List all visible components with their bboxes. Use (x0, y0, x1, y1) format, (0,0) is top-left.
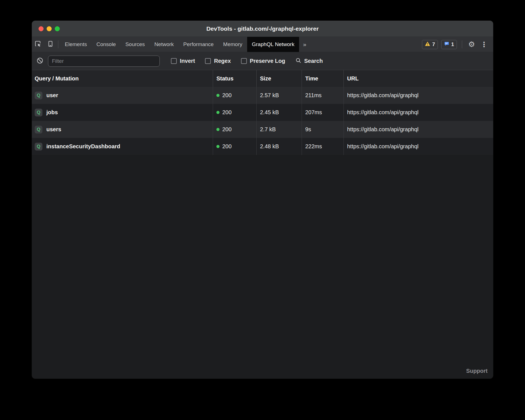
inspect-element-button[interactable] (32, 37, 44, 52)
table-row[interactable]: Q user 200 2.57 kB 211ms https://gitlab.… (32, 87, 493, 104)
filter-options: Invert Regex Preserve Log (171, 58, 285, 64)
tab-memory[interactable]: Memory (218, 37, 247, 52)
size-value: 2.7 kB (260, 126, 276, 133)
requests-table-header: Query / Mutation Status Size Time URL (32, 70, 493, 87)
status-code: 200 (222, 143, 232, 150)
time-cell: 211ms (302, 87, 343, 104)
tab-label: Sources (125, 41, 145, 47)
tab-elements[interactable]: Elements (60, 37, 92, 52)
tab-label: Memory (223, 41, 242, 47)
clear-requests-button[interactable] (36, 57, 44, 65)
invert-label: Invert (180, 58, 195, 64)
size-value: 2.48 kB (260, 143, 279, 150)
status-cell: 200 (213, 121, 256, 138)
size-cell: 2.57 kB (256, 87, 302, 104)
table-row[interactable]: Q jobs 200 2.45 kB 207ms https://gitlab.… (32, 104, 493, 121)
search-toggle-button[interactable]: Search (295, 57, 323, 65)
tab-label: GraphQL Network (252, 41, 294, 47)
time-cell: 207ms (302, 104, 343, 121)
requests-table-body: Q user 200 2.57 kB 211ms https://gitlab.… (32, 87, 493, 155)
size-value: 2.57 kB (260, 92, 279, 99)
status-ok-dot-icon (216, 128, 219, 131)
warnings-count: 7 (432, 42, 435, 47)
search-label: Search (304, 58, 323, 64)
settings-gear-icon[interactable]: ⚙ (467, 41, 476, 48)
preserve-log-checkbox[interactable] (241, 58, 247, 64)
status-cell: 200 (213, 87, 256, 104)
status-code: 200 (222, 92, 232, 99)
tab-label: Performance (183, 41, 214, 47)
close-window-button[interactable] (39, 26, 44, 31)
query-cell: Q users (32, 121, 213, 138)
table-row[interactable]: Q users 200 2.7 kB 9s https://gitlab.com… (32, 121, 493, 138)
query-name: jobs (46, 109, 58, 116)
column-header-label: URL (347, 75, 359, 82)
tab-performance[interactable]: Performance (178, 37, 218, 52)
search-icon (295, 57, 302, 65)
status-code: 200 (222, 109, 232, 116)
size-cell: 2.45 kB (256, 104, 302, 121)
query-type-icon: Q (35, 109, 42, 116)
message-bubble-icon (444, 41, 449, 48)
query-cell: Q jobs (32, 104, 213, 121)
issues-badge[interactable]: 1 (441, 40, 457, 49)
column-header-query: Query / Mutation (32, 70, 213, 87)
size-cell: 2.7 kB (256, 121, 302, 138)
time-cell: 222ms (302, 138, 343, 155)
url-cell: https://gitlab.com/api/graphql (343, 104, 493, 121)
filter-bar: Invert Regex Preserve Log Search (32, 52, 493, 70)
issues-count: 1 (451, 42, 454, 47)
url-cell: https://gitlab.com/api/graphql (343, 138, 493, 155)
column-header-label: Time (305, 75, 318, 82)
regex-checkbox[interactable] (205, 58, 211, 64)
invert-checkbox[interactable] (171, 58, 177, 64)
window-controls (39, 26, 60, 31)
tab-console[interactable]: Console (92, 37, 121, 52)
tab-sources[interactable]: Sources (121, 37, 150, 52)
status-cell: 200 (213, 104, 256, 121)
devtools-tab-bar: Elements Console Sources Network Perform… (32, 37, 493, 52)
tab-network[interactable]: Network (150, 37, 179, 52)
device-toolbar-button[interactable] (44, 37, 56, 52)
time-value: 207ms (305, 109, 322, 116)
zoom-window-button[interactable] (55, 26, 60, 31)
column-header-url: URL (343, 70, 493, 87)
column-header-status: Status (213, 70, 256, 87)
query-type-icon: Q (35, 126, 42, 133)
query-type-icon: Q (35, 143, 42, 151)
time-cell: 9s (302, 121, 343, 138)
tab-bar-right-controls: 7 1 ⚙ ⋮ (422, 37, 489, 52)
time-value: 211ms (305, 92, 322, 99)
status-ok-dot-icon (216, 94, 219, 97)
tab-label: Elements (65, 41, 87, 47)
query-cell: Q instanceSecurityDashboard (32, 138, 213, 155)
status-ok-dot-icon (216, 111, 219, 114)
tab-label: Network (154, 41, 174, 47)
more-tabs-chevron-icon[interactable]: » (299, 37, 310, 52)
warnings-badge[interactable]: 7 (422, 40, 438, 49)
toolbar-separator (58, 40, 58, 48)
tab-label: Console (96, 41, 116, 47)
title-bar: DevTools - gitlab.com/-/graphql-explorer (32, 21, 493, 37)
url-value: https://gitlab.com/api/graphql (347, 109, 419, 116)
regex-label: Regex (214, 58, 231, 64)
more-options-icon[interactable]: ⋮ (479, 41, 489, 48)
time-value: 222ms (305, 143, 322, 150)
url-value: https://gitlab.com/api/graphql (347, 126, 419, 133)
tab-graphql-network[interactable]: GraphQL Network (247, 37, 299, 52)
query-name: instanceSecurityDashboard (46, 143, 120, 150)
url-cell: https://gitlab.com/api/graphql (343, 87, 493, 104)
query-cell: Q user (32, 87, 213, 104)
query-name: user (46, 92, 58, 99)
status-cell: 200 (213, 138, 256, 155)
warning-triangle-icon (425, 41, 430, 48)
preserve-log-label: Preserve Log (250, 58, 285, 64)
support-link[interactable]: Support (466, 368, 488, 374)
regex-checkbox-item: Regex (205, 58, 231, 64)
table-row[interactable]: Q instanceSecurityDashboard 200 2.48 kB … (32, 138, 493, 155)
device-toolbar-icon (47, 40, 54, 49)
filter-input[interactable] (48, 56, 160, 67)
column-header-label: Size (260, 75, 271, 82)
query-type-icon: Q (35, 92, 42, 99)
minimize-window-button[interactable] (47, 26, 52, 31)
